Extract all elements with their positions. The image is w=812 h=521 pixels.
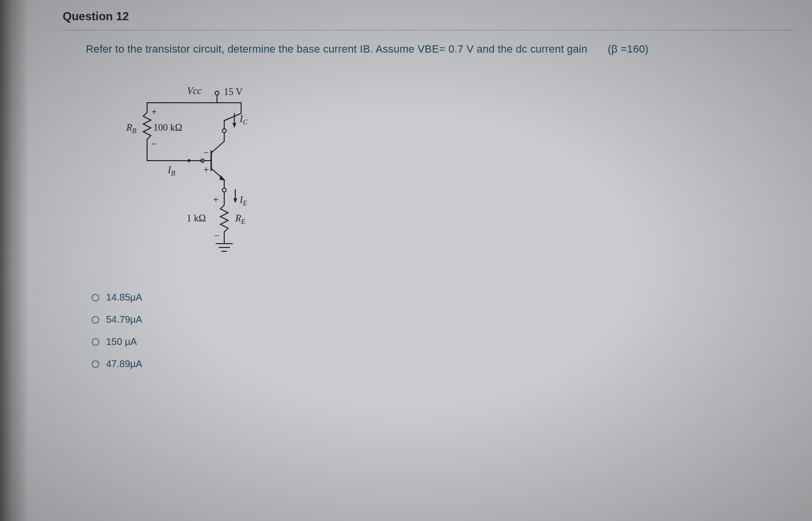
circuit-diagram: Vcc 15 V + RB 100 kΩ − IB + − IC + IE 1 …: [130, 84, 793, 258]
option-c[interactable]: 150 µA: [92, 336, 793, 347]
minus-rb-bottom: −: [151, 138, 157, 150]
minus-base: −: [203, 147, 209, 158]
divider: [63, 30, 793, 30]
option-label: 150 µA: [106, 336, 137, 347]
plus-base: +: [203, 165, 209, 176]
svg-line-10: [211, 141, 224, 153]
answer-options: 14.85µA 54.79µA 150 µA 47.89µA: [92, 292, 793, 370]
screen-left-shadow: [0, 0, 29, 521]
question-card: Question 12 Refer to the transistor circ…: [48, 0, 812, 400]
rb-value: 100 kΩ: [153, 122, 182, 133]
option-d[interactable]: 47.89µA: [92, 358, 793, 370]
plus-rb-top: +: [151, 107, 157, 118]
option-b[interactable]: 54.79µA: [92, 314, 793, 325]
prompt-main: Refer to the transistor circuit, determi…: [86, 43, 587, 55]
svg-marker-24: [233, 198, 237, 203]
rb-label: RB: [126, 122, 136, 135]
ic-label: IC: [240, 113, 247, 126]
prompt-beta: (β =160): [608, 43, 649, 55]
plus-re-top: +: [213, 194, 218, 206]
radio-icon: [92, 316, 99, 324]
re-value: 1 kΩ: [187, 213, 206, 224]
radio-icon: [92, 360, 99, 368]
svg-point-0: [215, 91, 219, 95]
ib-label: IB: [168, 165, 175, 178]
option-a[interactable]: 14.85µA: [92, 292, 793, 303]
option-label: 54.79µA: [106, 314, 142, 325]
svg-point-21: [222, 188, 226, 192]
option-label: 47.89µA: [106, 358, 142, 370]
question-number: Question 12: [63, 10, 793, 23]
minus-re-bottom: −: [214, 230, 219, 241]
radio-icon: [92, 338, 99, 346]
re-label: RE: [235, 213, 245, 226]
question-prompt: Refer to the transistor circuit, determi…: [86, 43, 793, 55]
ie-label: IE: [240, 194, 247, 207]
svg-marker-6: [188, 159, 192, 163]
svg-point-12: [222, 129, 226, 133]
svg-marker-15: [232, 123, 236, 128]
option-label: 14.85µA: [106, 292, 142, 303]
svg-line-17: [224, 113, 241, 121]
vcc-label: Vcc: [187, 85, 202, 96]
radio-icon: [92, 294, 99, 302]
vcc-value: 15 V: [224, 86, 243, 97]
